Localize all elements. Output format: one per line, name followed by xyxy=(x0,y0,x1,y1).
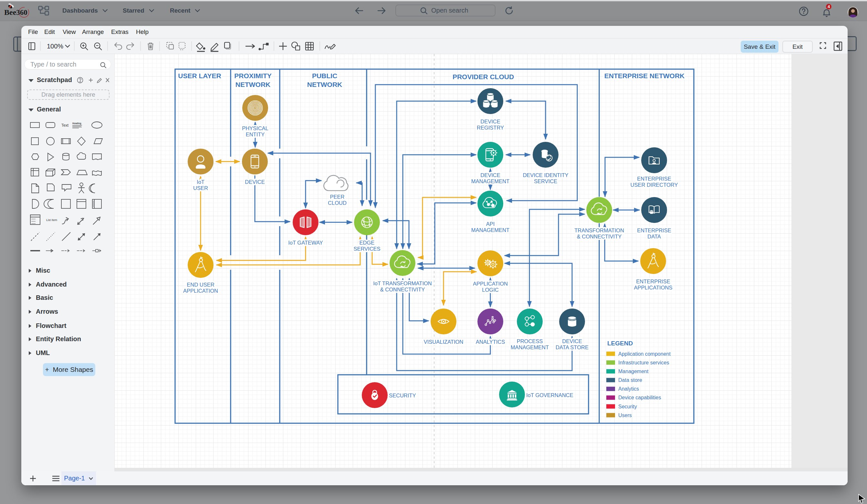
svg-text:ENTERPRISE: ENTERPRISE xyxy=(636,279,670,284)
svg-text:SERVICE: SERVICE xyxy=(534,178,557,184)
svg-text:SECURITY: SECURITY xyxy=(389,393,416,398)
svg-text:EDGE: EDGE xyxy=(360,240,375,246)
svg-text:ENTERPRISE NETWORK: ENTERPRISE NETWORK xyxy=(604,72,685,79)
svg-text:USER DIRECTORY: USER DIRECTORY xyxy=(630,182,678,188)
svg-text:PROXIMITY: PROXIMITY xyxy=(234,72,272,79)
svg-text:APPLICATION: APPLICATION xyxy=(473,281,508,287)
svg-text:IoT GOVERNANCE: IoT GOVERNANCE xyxy=(526,392,573,398)
svg-text:CLOUD: CLOUD xyxy=(328,200,346,206)
svg-text:& CONNECTIVITY: & CONNECTIVITY xyxy=(380,287,425,292)
svg-text:IoT GATEWAY: IoT GATEWAY xyxy=(288,240,323,246)
svg-text:PHYSICAL: PHYSICAL xyxy=(242,125,268,131)
svg-text:DEVICE IDENTITY: DEVICE IDENTITY xyxy=(523,172,568,178)
svg-text:APPLICATION: APPLICATION xyxy=(183,288,218,294)
svg-text:ENTERPRISE: ENTERPRISE xyxy=(637,227,671,233)
svg-text:List Item: List Item xyxy=(46,218,57,222)
svg-text:LOGIC: LOGIC xyxy=(482,287,499,293)
svg-text:ENTERPRISE: ENTERPRISE xyxy=(637,176,671,182)
svg-text:MANAGEMENT: MANAGEMENT xyxy=(511,344,549,350)
svg-text:TRANSFORMATION: TRANSFORMATION xyxy=(574,227,624,233)
svg-text:& CONNECTIVITY: & CONNECTIVITY xyxy=(577,234,621,239)
svg-text:DEVICE: DEVICE xyxy=(245,179,265,185)
svg-text:DEVICE: DEVICE xyxy=(480,119,500,125)
svg-text:IoT TRANSFORMATION: IoT TRANSFORMATION xyxy=(373,280,432,286)
svg-text:Analytics: Analytics xyxy=(618,386,639,392)
svg-text:USER LAYER: USER LAYER xyxy=(178,72,221,79)
svg-text:DEVICE: DEVICE xyxy=(562,338,582,344)
svg-text:DATA: DATA xyxy=(647,234,661,239)
svg-text:Users: Users xyxy=(618,412,632,418)
svg-text:Text: Text xyxy=(61,123,69,128)
svg-text:PROCESS: PROCESS xyxy=(517,338,543,344)
svg-text:REGISTRY: REGISTRY xyxy=(477,125,504,130)
svg-text:Infrastructure services: Infrastructure services xyxy=(618,360,669,365)
svg-text:VISUALIZATION: VISUALIZATION xyxy=(424,339,463,345)
svg-text:NETWORK: NETWORK xyxy=(307,81,342,88)
svg-text:Application component: Application component xyxy=(618,351,671,357)
svg-text:MANAGEMENT: MANAGEMENT xyxy=(471,178,510,184)
svg-text:PEER: PEER xyxy=(330,194,345,200)
svg-text:LEGEND: LEGEND xyxy=(607,340,633,347)
svg-text:PUBLIC: PUBLIC xyxy=(312,72,337,79)
svg-text:API: API xyxy=(486,221,495,227)
svg-text:NETWORK: NETWORK xyxy=(235,81,271,88)
svg-text:Device capabilities: Device capabilities xyxy=(618,395,661,400)
svg-text:Security: Security xyxy=(618,404,637,409)
svg-text:DATA STORE: DATA STORE xyxy=(556,344,589,350)
svg-text:END USER: END USER xyxy=(187,282,214,288)
svg-text:USER: USER xyxy=(193,185,208,191)
svg-text:ANALYTICS: ANALYTICS xyxy=(476,339,505,345)
svg-text:IoT: IoT xyxy=(197,179,204,185)
svg-text:DEVICE: DEVICE xyxy=(480,172,500,178)
svg-text:100%: 100% xyxy=(47,43,63,50)
svg-text:PROVIDER CLOUD: PROVIDER CLOUD xyxy=(452,73,514,81)
svg-text:Heading: Heading xyxy=(72,122,82,125)
svg-text:APPLICATIONS: APPLICATIONS xyxy=(634,285,673,290)
svg-text:Management: Management xyxy=(618,369,649,374)
svg-text:SERVICES: SERVICES xyxy=(353,246,380,252)
svg-text:ENTITY: ENTITY xyxy=(246,131,265,137)
svg-text:Data store: Data store xyxy=(618,377,642,383)
svg-text:MANAGEMENT: MANAGEMENT xyxy=(471,227,510,233)
svg-text:Bee360: Bee360 xyxy=(4,8,28,17)
